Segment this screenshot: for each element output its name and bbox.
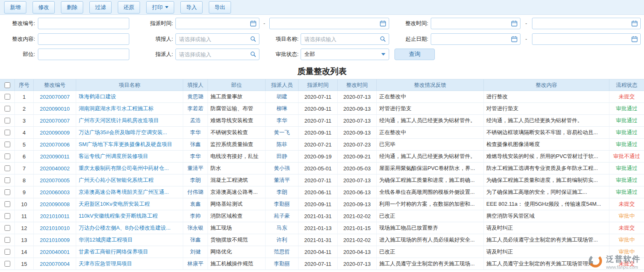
search-icon[interactable] xyxy=(250,36,257,42)
row-checkbox[interactable] xyxy=(5,94,10,100)
project-name-link[interactable]: 京港澳高速公路粤境韶关至广州互通... xyxy=(79,188,169,196)
calendar-icon[interactable] xyxy=(380,20,386,27)
search-icon[interactable] xyxy=(380,36,386,42)
table-row: 12 2021010010 万达办公楼左侧A、B办公楼改造建设... 张永银 施… xyxy=(0,222,644,234)
rect-no-link[interactable]: 2020040002 xyxy=(40,165,70,172)
row-checkbox[interactable] xyxy=(5,130,10,135)
edit-button[interactable]: 修改 xyxy=(33,1,55,14)
row-checkbox[interactable] xyxy=(5,118,10,123)
calendar-icon[interactable] xyxy=(631,36,638,42)
project-name-link[interactable]: SM广场地下车库更换摄像机及硬盘项目 xyxy=(79,141,173,148)
print-button[interactable]: 打印 xyxy=(146,1,174,14)
rect-no-link[interactable]: 2021010011 xyxy=(40,213,69,219)
add-button[interactable]: 新增 xyxy=(4,1,26,14)
calendar-icon[interactable] xyxy=(511,36,518,42)
project-name-link[interactable]: 万达办公楼左侧A、B办公楼改造建设... xyxy=(79,224,170,232)
rect-no-link[interactable]: 2020090009 xyxy=(40,130,70,136)
project-name-link[interactable]: 天津市应急管理局项目 xyxy=(79,260,132,267)
project-name-link[interactable]: 客运专线广州调度所装修项目 xyxy=(79,153,148,160)
project-name-link[interactable]: 天府新区10Kv变电所安装工程 xyxy=(79,200,150,208)
import-button[interactable]: 导入 xyxy=(180,1,203,14)
export-button[interactable]: 导出 xyxy=(209,1,231,14)
calendar-icon[interactable] xyxy=(250,20,257,27)
row-seq: 7 xyxy=(15,163,34,174)
assign-date-cell: 2020-07-11 xyxy=(299,258,338,270)
rect-no-link[interactable]: 2020070007 xyxy=(40,118,70,124)
rect-no-link[interactable]: 2020070005 xyxy=(40,177,70,184)
project-name-link[interactable]: 重庆太极制药有限公司亳州中药材仓... xyxy=(79,165,169,172)
row-checkbox[interactable] xyxy=(5,106,10,112)
col-header-assignee: 指派人员 xyxy=(266,79,299,91)
row-checkbox[interactable] xyxy=(5,142,10,147)
rect-time-to-input[interactable] xyxy=(532,18,641,29)
col-header-assign-date: 指派时间 xyxy=(299,79,338,91)
rect-time-from-input[interactable] xyxy=(431,18,520,29)
feedback-cell: 全线各单位在高墩周围的模板外侧设置... xyxy=(377,186,484,198)
row-checkbox[interactable] xyxy=(5,249,10,255)
rect-no-link[interactable]: 2020090008 xyxy=(40,201,70,207)
row-checkbox[interactable] xyxy=(5,225,10,231)
approval-status-select[interactable]: 全部 xyxy=(301,49,389,60)
reporter-input[interactable] xyxy=(175,33,259,45)
rect-content-cell: 难燃导线安装的时候，所用的PVC管材过于软... xyxy=(484,151,609,162)
row-checkbox[interactable] xyxy=(5,189,10,195)
status-badge: 未提交 xyxy=(609,198,644,210)
table-row: 8 2020070005 广州天心苑小区智能化系统工程 李朗 混凝土工程浇筑 董… xyxy=(0,174,644,186)
table-row: 1 2020070007 珠海鹤港口建设 黄思璐 施工质量事故 胡建 2020-… xyxy=(0,91,644,103)
assigner-input[interactable] xyxy=(175,49,259,60)
row-checkbox[interactable] xyxy=(5,237,10,243)
calendar-icon[interactable] xyxy=(631,20,638,27)
assign-date-cell: 2020-09-11 xyxy=(299,127,338,138)
feedback-cell: 已改正 xyxy=(377,246,484,258)
location-cell: 施工机械操作规范 xyxy=(208,258,266,270)
table-row: 3 2020070007 广州市天河区统计局机房改造项目 孟浩 难燃导线安装检查… xyxy=(0,115,644,127)
assign-time-to-input[interactable] xyxy=(269,18,389,29)
project-name-link[interactable]: 湖南洞庭湖水库引水工程施工标 xyxy=(79,105,154,112)
select-all-checkbox[interactable] xyxy=(5,82,10,88)
location-cell: 京港澳高速公路粤... xyxy=(208,186,266,198)
location-input[interactable] xyxy=(38,49,129,60)
project-name-link[interactable]: 华润12城房建工程项目 xyxy=(79,236,133,244)
project-name-input[interactable] xyxy=(301,33,389,45)
assign-time-label: 指派时间: xyxy=(136,18,173,29)
assign-date-cell: 2020-09-11 xyxy=(299,103,338,114)
rect-content-input[interactable] xyxy=(38,33,129,45)
restore-button[interactable]: 还原 xyxy=(118,1,140,14)
row-checkbox[interactable] xyxy=(5,201,10,207)
status-badge: 审批中 xyxy=(609,246,644,258)
location-cell: 混凝土工程浇筑 xyxy=(208,174,266,186)
project-name-link[interactable]: 广州天心苑小区智能化系统工程 xyxy=(79,177,154,184)
row-checkbox[interactable] xyxy=(5,213,10,219)
rect-no-link[interactable]: 2020040001 xyxy=(40,249,70,255)
row-checkbox[interactable] xyxy=(5,177,10,183)
rect-no-link[interactable]: 2020060003 xyxy=(40,189,70,195)
rect-no-link[interactable]: 2020070007 xyxy=(40,94,70,100)
row-checkbox[interactable] xyxy=(5,261,10,267)
search-icon[interactable] xyxy=(250,51,257,58)
row-checkbox[interactable] xyxy=(5,165,10,171)
rect-no-link[interactable]: 2020090011 xyxy=(40,153,69,160)
project-name-link[interactable]: 广州市天河区统计局机房改造项目 xyxy=(79,117,159,124)
assign-date-cell: 2020-04-11 xyxy=(299,246,338,258)
rect-no-link[interactable]: 2020070006 xyxy=(40,142,70,148)
project-name-link[interactable]: 万达广场35#会所及咖啡厅空调安装... xyxy=(79,129,167,136)
filter-button[interactable]: 过滤 xyxy=(89,1,112,14)
date-range-from-input[interactable] xyxy=(431,33,520,45)
project-name-link[interactable]: 珠海鹤港口建设 xyxy=(79,93,116,100)
date-range-to-input[interactable] xyxy=(532,33,641,45)
rect-no-link[interactable]: 2021010009 xyxy=(40,237,70,243)
rect-no-input[interactable] xyxy=(38,18,129,29)
rect-no-link[interactable]: 2020090010 xyxy=(40,106,70,112)
row-checkbox[interactable] xyxy=(5,153,10,159)
add-button-label: 新增 xyxy=(10,4,21,11)
rect-no-link[interactable]: 2021010010 xyxy=(40,225,70,231)
calendar-icon[interactable] xyxy=(511,20,518,27)
query-button[interactable]: 查询 xyxy=(394,49,435,60)
status-badge: 未提交 xyxy=(609,258,644,270)
project-name-link[interactable]: 甘肃省工商银行网络保养项目 xyxy=(79,248,148,256)
project-name-link[interactable]: 110kV安徽线程集变开断线路工程 xyxy=(79,212,158,220)
rect-no-link[interactable]: 2020070004 xyxy=(40,261,70,267)
assign-time-from-input[interactable] xyxy=(175,18,259,29)
delete-button[interactable]: 删除 xyxy=(61,1,83,14)
assign-date-cell: 2021-01-31 xyxy=(299,210,338,222)
